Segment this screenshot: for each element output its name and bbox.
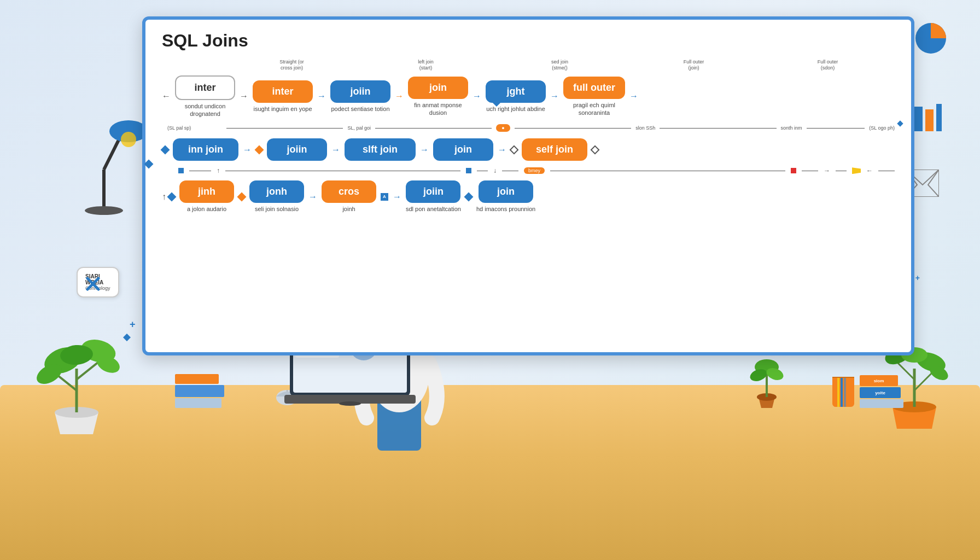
self-join-box[interactable]: self join — [522, 138, 587, 161]
h-line-4 — [502, 171, 518, 171]
inter-outline-desc: sondut undicon drognatend — [175, 102, 235, 118]
joiin-blue-desc: podect sentiase totion — [331, 105, 389, 113]
whiteboard: SQL Joins Straight (orcross join) left j… — [142, 16, 914, 355]
arr-left-1: ← — [866, 167, 873, 174]
scatter-diamond-2 — [897, 120, 903, 127]
join-row3-box[interactable]: join — [479, 180, 533, 203]
half-circle-icon — [914, 22, 947, 55]
omey-pill: bmey — [524, 167, 545, 174]
inter-orange-desc: isught inguim en yope — [253, 105, 312, 113]
h-line-5 — [550, 171, 785, 171]
mid-label-5: (SL ogo ph) — [869, 125, 895, 131]
slft-join-box[interactable]: slft join — [345, 138, 416, 161]
col-label-5: Full outer(sdon) — [761, 59, 895, 71]
arrow-r2: → — [317, 91, 326, 101]
full-outer-col: full outer pragil ech quiml sonoraninta — [563, 77, 625, 117]
self-join-col: self join — [522, 138, 587, 161]
mid-label-3: slon SSh — [635, 125, 655, 131]
sq-blue-1 — [178, 168, 184, 173]
jght-col: jght uch right johlut abdine — [486, 80, 546, 113]
h-line-6 — [802, 171, 818, 171]
svg-rect-57 — [123, 334, 131, 341]
joiin-row3-col: joiin sdl pon anetaltcation — [406, 180, 461, 213]
mid-labels-row: (SL pal sp) SL, pal goi ● slon SSh sonth… — [167, 122, 895, 134]
arr-down-1: ↑ — [217, 167, 220, 174]
jinh-box[interactable]: jinh — [179, 180, 234, 203]
diamond-blue-r3 — [167, 192, 177, 201]
col-label-1: Straight (orcross join) — [225, 59, 359, 71]
arrow-r2-4: → — [498, 145, 506, 155]
cros-col: cros joinh — [322, 180, 376, 213]
flag-yellow — [852, 167, 861, 174]
book-right-label2: yolte — [875, 390, 885, 395]
svg-rect-3 — [925, 109, 934, 131]
join-row-3: ↑ jinh a jolon audario jonh seli join so… — [162, 180, 895, 213]
join-row3-desc: hd imacons prounnion — [476, 205, 535, 213]
inn-join-col: inn join — [173, 138, 238, 161]
arrow-r4: → — [472, 91, 481, 101]
join-orange-box[interactable]: join — [408, 77, 468, 99]
joiin-row3-box[interactable]: joiin — [406, 180, 460, 203]
x-decoration — [85, 276, 101, 292]
arrow-r6: → — [629, 91, 638, 101]
scatter-diamond-1 — [492, 98, 501, 107]
a-label: A — [383, 194, 386, 199]
book-right-label1: slom — [874, 378, 884, 383]
svg-rect-4 — [936, 104, 942, 131]
connector-4 — [660, 128, 776, 129]
inn-join-box[interactable]: inn join — [173, 138, 238, 161]
svg-rect-56 — [897, 120, 903, 126]
svg-point-11 — [121, 132, 136, 147]
inter-orange-box[interactable]: inter — [253, 80, 313, 103]
joiin-row2-box[interactable]: joiin — [267, 138, 327, 161]
connector-5 — [807, 128, 865, 129]
arrow-r1: → — [240, 91, 248, 101]
plus-deco-2: + — [915, 273, 920, 282]
cros-desc: joinh — [342, 205, 355, 213]
joiin-row2-col: joiin — [267, 138, 327, 161]
sq-red-1 — [791, 168, 796, 173]
h-line-8 — [878, 171, 895, 171]
full-outer-desc: pragil ech quiml sonoraninta — [564, 101, 625, 117]
books-right: slom yolte — [860, 375, 903, 408]
h-line-3 — [477, 171, 488, 171]
joiin-blue-col: joiin podect sentiase totion — [330, 80, 390, 113]
h-line-2 — [225, 171, 460, 171]
scatter-diamond-3 — [123, 334, 131, 341]
jinh-col: jinh a jolon audario — [179, 180, 234, 213]
jinh-desc: a jolon audario — [187, 205, 226, 213]
svg-point-12 — [85, 206, 123, 215]
full-outer-box[interactable]: full outer — [563, 77, 625, 99]
inter-outline-box[interactable]: inter — [175, 75, 235, 100]
joiin-blue-box[interactable]: joiin — [330, 80, 390, 103]
join-row2-box[interactable]: join — [433, 138, 493, 161]
slft-join-col: slft join — [345, 138, 416, 161]
arrow-r3: → — [395, 91, 404, 101]
top-labels-row: Straight (orcross join) left join(start)… — [162, 59, 895, 71]
svg-rect-55 — [493, 99, 500, 107]
cros-box[interactable]: cros — [322, 180, 376, 203]
join-orange-desc: fin anmat mponse dusion — [408, 101, 468, 117]
col-label-2: left join(start) — [359, 59, 493, 71]
jonh-desc: seli join solnasio — [255, 205, 299, 213]
col-label-4: Full outer(join) — [627, 59, 761, 71]
jonh-col: jonh seli join solnasio — [249, 180, 304, 213]
books-left — [175, 374, 224, 408]
inter-outline-col: inter sondut undicon drognatend — [175, 75, 235, 118]
diamond-orange-1 — [255, 145, 264, 154]
diamond-blue-1 — [161, 145, 170, 154]
join-row2-col: join — [433, 138, 493, 161]
col-label-3: sed join(stme() — [493, 59, 627, 71]
diamond-blue-r3-2 — [464, 192, 473, 201]
arr-up-2: → — [824, 167, 830, 174]
arrow-left-1: ← — [162, 91, 171, 101]
h-line-7 — [836, 171, 847, 171]
a-connector: A — [381, 193, 388, 201]
svg-rect-54 — [144, 160, 154, 169]
sq-blue-2 — [466, 168, 471, 173]
jonh-box[interactable]: jonh — [249, 180, 304, 203]
desk-surface — [0, 385, 980, 560]
arrow-r5: → — [550, 91, 559, 101]
svg-marker-7 — [928, 170, 939, 197]
arrow-r2-2: → — [331, 145, 340, 155]
